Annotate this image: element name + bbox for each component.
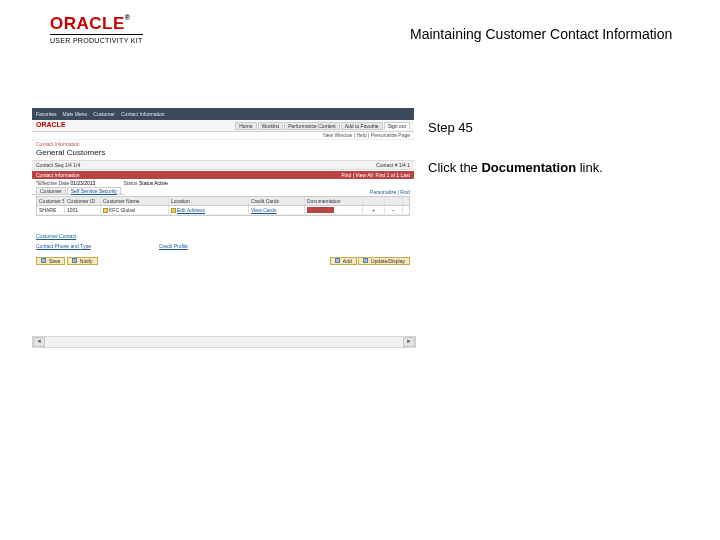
app-logo: ORACLE [36, 121, 66, 129]
breadcrumb[interactable]: Customer [93, 111, 115, 117]
kv-row: *Effective Date 01/23/2013 Status Status… [32, 179, 414, 187]
app-brand-row: ORACLE Home Worklist Performance Content… [32, 120, 414, 132]
breadcrumb[interactable]: Favorites [36, 111, 57, 117]
tab-selfservice[interactable]: Self Service Security [67, 187, 121, 194]
table-row: SHARE 1001 KFC Global Edit Address View … [37, 206, 409, 215]
breadcrumb[interactable]: Main Menu [63, 111, 88, 117]
save-icon [41, 258, 46, 263]
save-button[interactable]: Save [36, 257, 65, 265]
section-bar: Contact Information Find | View All Firs… [32, 171, 414, 179]
step-label: Step 45 [428, 120, 473, 135]
sub-tabs: Customer Self Service Security [32, 187, 125, 195]
brand-logo: ORACLE® [50, 14, 130, 34]
tab-signout[interactable]: Sign out [384, 122, 410, 130]
table-header: Customer SetID Customer ID Customer Name… [37, 197, 409, 206]
tab-worklist[interactable]: Worklist [258, 122, 284, 130]
credit-profile-link[interactable]: Credit Profile [155, 241, 192, 251]
horizontal-scrollbar[interactable]: ◄ ► [32, 336, 416, 348]
add-icon [335, 258, 340, 263]
update-icon [363, 258, 368, 263]
app-page-title: General Customers [32, 148, 414, 160]
brand-subtitle: USER PRODUCTIVITY KIT [50, 34, 143, 44]
app-screenshot: Favorites Main Menu Customer Contact Inf… [32, 108, 414, 348]
scroll-right-icon[interactable]: ► [403, 337, 415, 347]
personalize-link[interactable]: Personalize | Find [366, 189, 414, 195]
app-top-nav: Favorites Main Menu Customer Contact Inf… [32, 108, 414, 120]
breadcrumb[interactable]: Contact Information [121, 111, 165, 117]
footer-bar: Save Notify Add Update/Display [36, 257, 410, 265]
customer-table: Customer SetID Customer ID Customer Name… [36, 196, 410, 216]
tab-perf[interactable]: Performance Content [284, 122, 340, 130]
notify-button[interactable]: Notify [67, 257, 98, 265]
tab-fav[interactable]: Add to Favorite [341, 122, 383, 130]
app-info-strip: Contact Seq 1/4 1/4Contact # 1/4 1 [32, 160, 414, 170]
documentation-link[interactable] [307, 207, 334, 213]
section-link[interactable]: Customer Contact [32, 231, 414, 241]
scroll-left-icon[interactable]: ◄ [33, 337, 45, 347]
lookup-icon[interactable] [171, 208, 176, 213]
notify-icon [72, 258, 77, 263]
tab-home[interactable]: Home [235, 122, 256, 130]
update-button[interactable]: Update/Display [358, 257, 410, 265]
phone-link[interactable]: Contact Phone and Type [32, 241, 95, 251]
app-subtitle: Contact Information [32, 140, 414, 148]
page-title: Maintaining Customer Contact Information [410, 26, 672, 42]
lookup-icon[interactable] [103, 208, 108, 213]
app-user-row[interactable]: New Window | Help | Personalize Page [32, 132, 414, 140]
tab-customer[interactable]: Customer [36, 187, 66, 194]
step-instruction: Click the Documentation link. [428, 160, 603, 175]
app-tabs: Home Worklist Performance Content Add to… [235, 122, 410, 130]
add-button[interactable]: Add [330, 257, 357, 265]
